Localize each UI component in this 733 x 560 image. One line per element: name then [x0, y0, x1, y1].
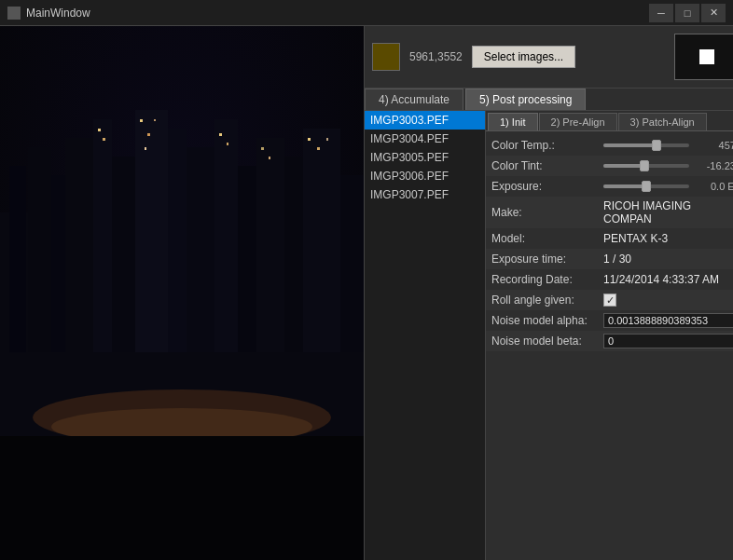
app-icon	[7, 7, 21, 20]
file-item[interactable]: IMGP3007.PEF	[365, 185, 485, 204]
svg-rect-23	[147, 133, 150, 136]
color-temp-label: Color Temp.:	[491, 139, 603, 152]
prop-exposure-time: Exposure time: 1 / 30	[486, 249, 733, 269]
tab-post-processing[interactable]: 5) Post processing	[465, 89, 586, 110]
close-button[interactable]: ✕	[701, 4, 726, 22]
svg-rect-21	[103, 138, 105, 141]
svg-rect-22	[140, 119, 143, 122]
svg-rect-12	[168, 129, 187, 352]
tab-accumulate[interactable]: 4) Accumulate	[365, 89, 463, 110]
file-list-section: IMGP3003.PEF IMGP3004.PEF IMGP3005.PEF I…	[365, 111, 733, 560]
prop-noise-alpha: Noise model alpha:	[486, 310, 733, 331]
minimize-button[interactable]: ─	[649, 4, 673, 22]
color-tint-slider[interactable]	[603, 164, 689, 168]
make-label: Make:	[491, 206, 603, 219]
thumb-white-square	[699, 49, 714, 64]
color-tint-slider-thumb[interactable]	[640, 160, 649, 171]
exposure-slider[interactable]	[603, 184, 689, 188]
props-content: Color Temp.: 4571 Color Tint:	[486, 131, 733, 560]
color-swatch	[372, 43, 400, 71]
model-label: Model:	[491, 232, 603, 245]
file-item[interactable]: IMGP3006.PEF	[365, 167, 485, 185]
svg-rect-19	[340, 175, 364, 352]
svg-rect-35	[0, 436, 364, 560]
noise-beta-input[interactable]	[603, 334, 733, 348]
file-item[interactable]: IMGP3005.PEF	[365, 148, 485, 167]
recording-date-value: 11/24/2014 4:33:37 AM	[603, 273, 733, 286]
svg-rect-15	[238, 166, 256, 352]
color-temp-value: 4571	[695, 140, 733, 151]
sub-tab-pre-align[interactable]: 2) Pre-Align	[539, 113, 617, 130]
color-temp-slider-fill	[603, 143, 657, 147]
svg-rect-29	[269, 157, 270, 159]
thumbnail-preview	[674, 34, 733, 80]
properties-panel: 1) Init 2) Pre-Align 3) Patch-Align Colo…	[486, 111, 733, 560]
image-preview	[0, 26, 364, 560]
file-list: IMGP3003.PEF IMGP3004.PEF IMGP3005.PEF I…	[365, 111, 486, 560]
svg-rect-31	[317, 147, 320, 150]
svg-rect-16	[256, 138, 284, 352]
main-content: 5961,3552 Select images... 4) Accumulate…	[0, 26, 733, 560]
left-panel	[0, 26, 364, 560]
exposure-slider-fill	[603, 184, 646, 188]
color-tint-label: Color Tint:	[491, 159, 603, 172]
main-tabs: 4) Accumulate 5) Post processing	[365, 89, 733, 111]
svg-rect-26	[219, 133, 222, 136]
svg-rect-30	[308, 138, 311, 141]
color-tint-value: -16.234	[695, 160, 733, 171]
color-temp-slider[interactable]	[603, 143, 689, 147]
svg-rect-25	[154, 119, 156, 121]
prop-color-tint: Color Tint: -16.234	[486, 156, 733, 176]
prop-roll-angle: Roll angle given: ✓	[486, 290, 733, 310]
prop-color-temp: Color Temp.: 4571	[486, 135, 733, 156]
right-panel: 5961,3552 Select images... 4) Accumulate…	[364, 26, 733, 560]
roll-angle-checkbox[interactable]: ✓	[603, 294, 616, 307]
svg-rect-27	[227, 143, 228, 145]
svg-rect-24	[145, 147, 146, 150]
svg-rect-20	[98, 129, 101, 131]
noise-beta-label: Noise model beta:	[491, 335, 603, 348]
prop-noise-beta: Noise model beta:	[486, 331, 733, 351]
color-tint-slider-fill	[603, 164, 644, 168]
sub-tab-init[interactable]: 1) Init	[488, 113, 538, 130]
window-title: MainWindow	[26, 7, 90, 20]
svg-rect-18	[303, 129, 340, 352]
svg-rect-8	[65, 138, 93, 352]
svg-rect-11	[135, 110, 168, 352]
title-bar-left: MainWindow	[7, 7, 90, 20]
svg-rect-28	[261, 147, 264, 150]
svg-rect-10	[112, 157, 135, 352]
select-images-button[interactable]: Select images...	[472, 46, 575, 68]
exposure-slider-thumb[interactable]	[642, 181, 651, 192]
color-temp-slider-thumb[interactable]	[652, 140, 661, 151]
cityscape-image	[0, 26, 364, 560]
exposure-time-label: Exposure time:	[491, 253, 603, 266]
svg-rect-14	[214, 119, 238, 352]
top-section: 5961,3552 Select images...	[365, 26, 733, 89]
noise-alpha-label: Noise model alpha:	[491, 314, 603, 327]
color-tint-slider-container: -16.234	[603, 160, 733, 171]
exposure-time-value: 1 / 30	[603, 253, 733, 266]
file-item[interactable]: IMGP3003.PEF	[365, 111, 485, 130]
sub-tabs: 1) Init 2) Pre-Align 3) Patch-Align	[486, 111, 733, 131]
maximize-button[interactable]: □	[675, 4, 699, 22]
prop-exposure: Exposure: 0.0 EV	[486, 176, 733, 197]
coords-label: 5961,3552	[409, 50, 463, 63]
color-temp-slider-container: 4571	[603, 140, 733, 151]
recording-date-label: Recording Date:	[491, 273, 603, 286]
title-bar-controls: ─ □ ✕	[649, 4, 726, 22]
exposure-value: 0.0 EV	[695, 181, 733, 192]
svg-rect-7	[51, 175, 65, 352]
prop-make: Make: RICOH IMAGING COMPAN	[486, 197, 733, 228]
svg-rect-6	[28, 147, 51, 352]
title-bar: MainWindow ─ □ ✕	[0, 0, 733, 26]
exposure-slider-container: 0.0 EV	[603, 181, 733, 192]
svg-rect-9	[93, 119, 112, 352]
svg-rect-5	[9, 166, 26, 352]
prop-recording-date: Recording Date: 11/24/2014 4:33:37 AM	[486, 269, 733, 290]
model-value: PENTAX K-3	[603, 232, 733, 245]
roll-angle-label: Roll angle given:	[491, 294, 603, 307]
file-item[interactable]: IMGP3004.PEF	[365, 130, 485, 148]
sub-tab-patch-align[interactable]: 3) Patch-Align	[618, 113, 707, 130]
noise-alpha-input[interactable]	[603, 313, 733, 328]
